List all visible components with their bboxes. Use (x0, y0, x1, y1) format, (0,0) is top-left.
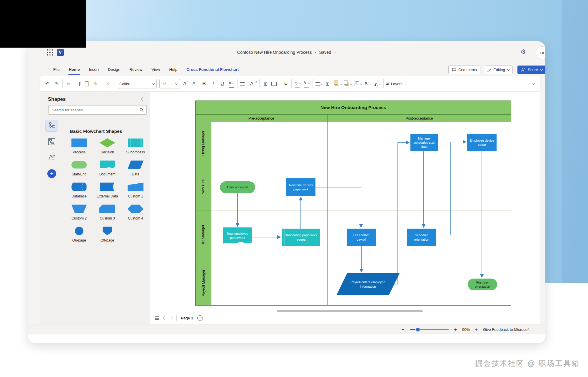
fit-to-window-icon[interactable]: ⌖ (475, 327, 478, 332)
gallery-shape-offpage[interactable]: Off-page (93, 226, 121, 242)
node-employee-device-setup[interactable]: Employee device setup (467, 134, 497, 151)
node-new-hire-returns-paperwork[interactable]: New hire returns paperwork (286, 178, 315, 196)
gallery-shape-document[interactable]: Document (93, 160, 121, 176)
cut-icon[interactable]: ✂ (65, 79, 72, 88)
external-shape-icon (99, 182, 115, 192)
line-color-icon[interactable]: ✎ (303, 78, 310, 89)
drawing-canvas[interactable]: Page 1 + New Hire Onboarding ProcessPre-… (150, 92, 540, 324)
document-title[interactable]: Contoso New Hire Onboarding Process (237, 50, 312, 55)
flip-icon[interactable]: ◭ (374, 79, 381, 88)
text-orientation-icon[interactable]: A↺ (250, 79, 257, 88)
gallery-shape-custom1[interactable]: Custom 1 (121, 182, 150, 198)
tab-view[interactable]: View (151, 66, 161, 73)
delete-icon[interactable]: × (105, 79, 111, 88)
redo-icon[interactable]: ↷ (53, 79, 60, 88)
gallery-shape-custom4[interactable]: Custom 4 (121, 204, 150, 220)
node-label: Payroll enters employee information (343, 280, 392, 289)
italic-icon[interactable]: I (210, 79, 216, 88)
gallery-shape-data[interactable]: Data (121, 160, 150, 176)
copy-icon[interactable] (74, 79, 81, 88)
zoom-slider-knob[interactable] (416, 328, 420, 331)
editing-mode-button[interactable]: Editing (484, 66, 513, 74)
rotate-icon[interactable]: ↻ (365, 79, 372, 88)
page-bar: Page 1 + (155, 314, 203, 322)
gallery-shape-custom2[interactable]: Custom 2 (65, 204, 93, 220)
gallery-shape-subprocess[interactable]: Subprocess (121, 138, 150, 154)
page-list-icon[interactable] (155, 316, 159, 320)
undo-icon[interactable]: ↶ (44, 79, 51, 88)
zoom-out-button[interactable]: − (402, 327, 405, 332)
canvas-horizontal-scrollbar[interactable] (277, 310, 423, 312)
decrease-font-size-icon[interactable]: Aˇ (192, 79, 198, 88)
node-first-day-orientation[interactable]: First day orientation (468, 279, 497, 290)
next-page-icon[interactable] (169, 316, 173, 319)
paste-icon[interactable] (83, 79, 90, 88)
node-payroll-enters-employee-information[interactable]: Payroll enters employee information (336, 273, 400, 295)
bold-icon[interactable]: B (201, 79, 207, 88)
offpage-shape-icon (99, 226, 115, 236)
node-schedule-orientation[interactable]: Schedule orientation (407, 229, 436, 246)
flowchart-stencil-icon[interactable] (45, 120, 58, 132)
tab-home[interactable]: Home (68, 66, 81, 73)
gallery-shape-decision[interactable]: Decision (93, 138, 121, 154)
gallery-shape-onpage[interactable]: On-page (65, 226, 93, 242)
format-painter-icon[interactable]: ✎ (93, 79, 99, 88)
connected-shapes-stencil-icon[interactable] (45, 136, 58, 148)
title-chevron-icon[interactable] (334, 50, 337, 53)
font-size-select[interactable]: 12 (159, 79, 180, 88)
gallery-shape-custom3[interactable]: Custom 3 (93, 204, 121, 220)
group-icon[interactable] (355, 79, 362, 88)
page-label[interactable]: Page 1 (181, 316, 193, 320)
add-shapes-button[interactable]: + (47, 169, 56, 178)
node-onboarding-paperwork-request[interactable]: Onboarding paperwork request (282, 229, 320, 246)
zoom-slider[interactable] (410, 329, 449, 330)
send-backward-icon[interactable] (345, 79, 352, 88)
zoom-percent[interactable]: 90% (462, 327, 470, 332)
fill-color-icon[interactable]: ◇ (294, 78, 301, 89)
collapse-panel-icon[interactable] (141, 97, 145, 101)
shapes-panel: Shapes (40, 92, 150, 324)
more-ribbon-options-icon[interactable] (529, 79, 536, 88)
tab-insert[interactable]: Insert (88, 66, 99, 73)
tab-cross-functional-flowchart[interactable]: Cross Functional Flowchart (186, 66, 239, 73)
shape-style-icon[interactable] (271, 79, 280, 88)
add-page-button[interactable]: + (197, 315, 203, 321)
tab-file[interactable]: File (53, 66, 60, 73)
previous-page-icon[interactable] (163, 316, 166, 319)
align-shapes-icon[interactable] (315, 79, 323, 88)
node-hr-contact-payroll[interactable]: HR contact payroll (347, 229, 376, 246)
font-color-icon[interactable]: A (228, 78, 235, 89)
comments-button[interactable]: Comments (448, 66, 480, 74)
search-icon[interactable] (136, 105, 146, 114)
connector-icon[interactable]: ↳ (282, 79, 289, 88)
gallery-shape-process[interactable]: Process (65, 138, 93, 154)
gallery-shape-startend[interactable]: Start/End (65, 160, 93, 176)
bring-forward-icon[interactable] (335, 79, 342, 88)
gallery-shape-database[interactable]: Database (65, 182, 93, 198)
gallery-shape-label: Custom 2 (71, 216, 86, 220)
tab-review[interactable]: Review (129, 66, 143, 73)
feedback-link[interactable]: Give Feedback to Microsoft (483, 327, 529, 332)
tab-help[interactable]: Help (168, 66, 178, 73)
increase-font-size-icon[interactable]: Aˆ (183, 79, 189, 88)
text-block-icon[interactable]: ⊞ (262, 79, 269, 88)
swimlane-grid-line (195, 122, 511, 122)
position-icon[interactable]: ⊞ (325, 79, 332, 88)
draw-shapes-stencil-icon[interactable] (45, 152, 58, 163)
align-text-icon[interactable] (240, 79, 248, 88)
node-offer-accepted[interactable]: Offer accepted (220, 181, 255, 193)
node-new-employee-paperwork[interactable]: New employee paperwork (223, 227, 252, 246)
layers-button[interactable]: ≡Layers (386, 79, 402, 88)
node-label: Schedule orientation (407, 233, 436, 242)
document-shape-icon (99, 160, 115, 170)
zoom-in-button[interactable]: + (454, 327, 457, 332)
settings-gear-icon[interactable]: ⚙ (520, 48, 526, 55)
font-name-select[interactable]: Calibri (117, 79, 157, 88)
share-button[interactable]: Share (517, 66, 545, 74)
phase-post-acceptance: Post-acceptance (327, 115, 511, 122)
node-manager-schedules-start-date[interactable]: Manager schedules start date (410, 134, 438, 151)
gallery-shape-external[interactable]: External Data (93, 182, 121, 198)
shape-search-input[interactable] (49, 108, 136, 112)
underline-icon[interactable]: U (219, 79, 225, 88)
tab-design[interactable]: Design (107, 66, 121, 73)
